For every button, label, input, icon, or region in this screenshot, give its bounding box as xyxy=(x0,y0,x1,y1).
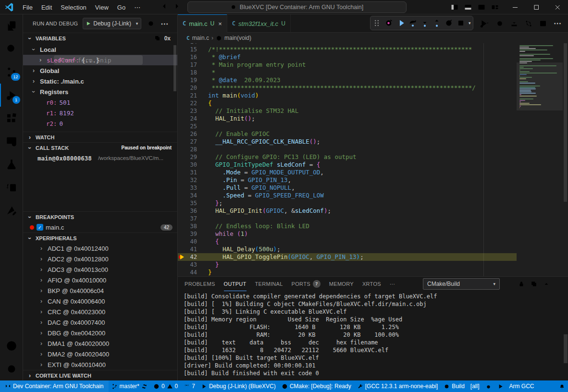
window-close-button[interactable] xyxy=(547,0,568,14)
activity-extensions[interactable] xyxy=(0,107,23,130)
window-maximize-button[interactable] xyxy=(526,0,547,14)
output-channel-select[interactable]: CMake/Build ▾ xyxy=(423,278,500,290)
drag-grip-icon[interactable] xyxy=(372,19,381,27)
line-number[interactable]: 44 xyxy=(178,269,197,276)
activity-run-debug[interactable]: 1 xyxy=(0,84,23,107)
chevron-down-icon[interactable]: ▾ xyxy=(469,21,471,25)
minimap[interactable] xyxy=(517,43,563,276)
ports-status[interactable]: 7 xyxy=(181,380,198,392)
scope-global[interactable]: › Global xyxy=(23,65,177,76)
panel-tab-memory[interactable]: MEMORY xyxy=(329,277,354,291)
activity-mcu-tools[interactable] xyxy=(0,176,23,199)
cmake-kit-status[interactable]: [GCC 12.3.1 arm-none-eabi] xyxy=(354,380,441,392)
continue-button[interactable] xyxy=(396,19,405,27)
peripheral-item[interactable]: ›CRC @ 0x40023000 xyxy=(23,306,177,317)
menu-selection[interactable]: Selection xyxy=(56,4,90,11)
panel-tab-output[interactable]: OUTPUT xyxy=(224,277,247,291)
panel-scrollbar[interactable] xyxy=(564,334,568,363)
line-number[interactable]: 31 xyxy=(178,169,197,176)
panel-tab-ports[interactable]: PORTS7 xyxy=(292,277,321,291)
cmake-debug-button[interactable] xyxy=(482,380,494,392)
editor-more-actions-icon[interactable]: ⋯ xyxy=(554,19,561,28)
register-row[interactable]: r1:8192 xyxy=(23,108,177,118)
line-number[interactable]: 34 xyxy=(178,192,197,199)
split-editor-icon[interactable] xyxy=(539,20,547,27)
peripheral-item[interactable]: ›ADC2 @ 0x40012800 xyxy=(23,254,177,264)
breadcrumbs[interactable]: C main.c › main(void) xyxy=(178,33,568,43)
peripheral-item[interactable]: ›EXTI @ 0x40010400 xyxy=(23,359,177,370)
line-number[interactable]: 16 xyxy=(178,53,197,61)
cmake-target[interactable]: [all] xyxy=(468,380,482,392)
variable-sledconf[interactable]: Free-form Snip › sLedConf: {...} xyxy=(23,55,177,65)
git-branch-status[interactable]: master* xyxy=(109,380,150,392)
scope-registers[interactable]: › Registers xyxy=(23,86,177,97)
install-build-icon[interactable] xyxy=(510,20,518,27)
clear-output-icon[interactable] xyxy=(506,281,512,287)
peripheral-item[interactable]: ›CAN @ 0x40006400 xyxy=(23,296,177,306)
copy-value-icon[interactable] xyxy=(154,35,161,41)
panel-tab-xrtos[interactable]: XRTOS xyxy=(362,277,381,291)
breadcrumb-symbol[interactable]: main(void) xyxy=(224,35,251,41)
breakpoint-checkbox[interactable]: ✓ xyxy=(37,224,43,231)
breakpoints-section-header[interactable]: › BREAKPOINTS xyxy=(23,211,177,222)
activity-settings[interactable] xyxy=(0,357,23,380)
hex-format-toggle[interactable]: 0x xyxy=(164,35,171,42)
remote-indicator[interactable]: Dev Container: Arm GNU Toolchain xyxy=(0,380,109,392)
step-over-button[interactable] xyxy=(408,19,417,27)
line-number[interactable]: 28 xyxy=(178,146,197,153)
maximize-panel-icon[interactable] xyxy=(543,281,550,287)
line-number[interactable]: 35 xyxy=(178,199,197,207)
peripheral-item[interactable]: ›DMA1 @ 0x40020000 xyxy=(23,338,177,349)
line-number[interactable]: 22 xyxy=(178,99,197,107)
line-number[interactable]: 18 xyxy=(178,69,197,76)
line-number[interactable]: 33 xyxy=(178,184,197,192)
line-number[interactable]: 29 xyxy=(178,153,197,161)
toggle-sidebar-icon[interactable] xyxy=(451,3,458,11)
scope-local[interactable]: › Local xyxy=(23,44,177,55)
launch-config-select[interactable]: Debug (J-Link) ▾ xyxy=(83,18,141,29)
line-number[interactable]: 25 xyxy=(178,122,197,130)
peripheral-item[interactable]: ›AFIO @ 0x40010000 xyxy=(23,275,177,285)
scope-static[interactable]: › Static: ./main.c xyxy=(23,76,177,86)
customize-layout-icon[interactable] xyxy=(491,3,499,11)
line-number[interactable]: 41 xyxy=(178,245,197,253)
stop-button[interactable] xyxy=(457,19,465,27)
line-number[interactable]: 17 xyxy=(178,61,197,69)
problems-status[interactable]: 0 0 xyxy=(150,380,181,392)
line-number[interactable]: 36 xyxy=(178,207,197,215)
breadcrumb-file[interactable]: main.c xyxy=(192,35,209,41)
peripheral-item[interactable]: ›ADC3 @ 0x40013c00 xyxy=(23,264,177,275)
variables-section-header[interactable]: › VARIABLES 0x xyxy=(23,33,177,43)
tab-stm32f1xx-it-c[interactable]: C stm32f1xx_it.c U xyxy=(227,14,291,33)
tab-main-c[interactable]: C main.c U × xyxy=(178,14,227,33)
sidebar-scrollbar[interactable] xyxy=(173,45,176,91)
line-number[interactable]: 26 xyxy=(178,130,197,138)
notifications-bell[interactable] xyxy=(556,380,568,392)
line-number[interactable]: 19 xyxy=(178,76,197,84)
xperipherals-section-header[interactable]: › XPERIPHERALS xyxy=(23,233,177,243)
line-number[interactable]: 39 xyxy=(178,230,197,238)
toggle-secondary-sidebar-icon[interactable] xyxy=(478,3,485,11)
line-number[interactable]: 40 xyxy=(178,238,197,245)
panel-tab-⋯[interactable]: ⋯ xyxy=(390,277,395,291)
callstack-section-header[interactable]: › CALL STACK Paused on breakpoint xyxy=(23,142,177,153)
line-number[interactable]: 20 xyxy=(178,84,197,92)
toggle-panel-icon[interactable] xyxy=(464,3,472,11)
cmake-launch-button[interactable] xyxy=(494,380,506,392)
editor-scrollbar[interactable] xyxy=(563,43,568,276)
activity-drawio[interactable] xyxy=(0,199,23,222)
panel-tab-problems[interactable]: PROBLEMS xyxy=(185,277,215,291)
menu-⋯[interactable]: ⋯ xyxy=(130,4,145,11)
activity-testing[interactable] xyxy=(0,153,23,176)
nav-forward-icon[interactable] xyxy=(173,2,181,10)
menu-file[interactable]: File xyxy=(18,4,37,11)
line-number[interactable]: 38 xyxy=(178,222,197,230)
step-out-button[interactable] xyxy=(432,19,441,27)
peripheral-item[interactable]: ›DMA2 @ 0x40020400 xyxy=(23,349,177,359)
activity-remote-explorer[interactable] xyxy=(0,130,23,153)
register-row[interactable]: r2:0 xyxy=(23,118,177,129)
peripheral-item[interactable]: ›DAC @ 0x40007400 xyxy=(23,317,177,328)
close-panel-icon[interactable] xyxy=(556,281,562,287)
line-number[interactable]: 43 xyxy=(178,261,197,269)
reset-device-button[interactable] xyxy=(384,19,393,27)
